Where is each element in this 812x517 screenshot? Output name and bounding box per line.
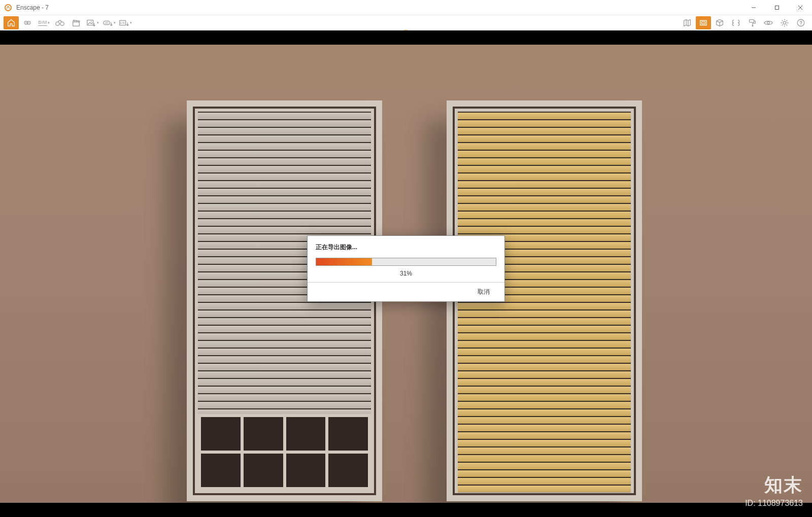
svg-point-23 — [783, 21, 786, 24]
safe-frame-icon — [699, 18, 708, 27]
eye-icon — [763, 18, 773, 27]
dialog-title: 正在导出图像... — [316, 243, 496, 252]
window-title: Enscape - 7 — [16, 4, 49, 11]
close-button[interactable] — [789, 0, 812, 15]
maximize-button[interactable] — [765, 0, 789, 15]
map-icon — [683, 18, 692, 27]
dropdown-caret-icon: ▾ — [97, 21, 99, 25]
visibility-button[interactable] — [760, 16, 776, 30]
bim-text-icon: BIM — [38, 20, 47, 26]
svg-text:EXE: EXE — [120, 22, 125, 24]
favorites-button[interactable] — [19, 16, 36, 30]
letterbox-bottom — [0, 503, 812, 517]
compare-button[interactable] — [728, 16, 744, 30]
watermark-id: ID: 1108973613 — [745, 499, 803, 508]
home-icon — [7, 18, 16, 27]
cancel-button[interactable]: 取消 — [471, 288, 496, 296]
help-button[interactable] — [793, 16, 809, 30]
pano-export-icon: 360 — [102, 18, 113, 27]
svg-point-9 — [56, 22, 59, 25]
progress-fill — [316, 258, 372, 265]
exe-export-button[interactable]: EXE▾ — [117, 16, 133, 30]
help-icon — [796, 18, 805, 27]
binoculars-icon — [55, 18, 65, 27]
svg-rect-19 — [701, 22, 705, 24]
video-button[interactable] — [68, 16, 84, 30]
box-button[interactable] — [712, 16, 728, 30]
dropdown-caret-icon: ▾ — [48, 21, 50, 25]
watermark: 知末 ID: 1108973613 — [745, 473, 803, 508]
screenshot-button[interactable]: ▾ — [84, 16, 100, 30]
svg-rect-2 — [775, 6, 779, 9]
titlebar: Enscape - 7 — [0, 0, 812, 15]
paint-icon — [748, 18, 757, 27]
clapper-icon — [72, 18, 81, 27]
app-logo-icon — [4, 4, 12, 12]
compare-icon — [731, 18, 741, 27]
panorama-button[interactable]: 360▾ — [100, 16, 117, 30]
svg-point-25 — [800, 24, 801, 25]
pin-icon — [23, 18, 32, 27]
progress-percent-label: 31% — [316, 270, 496, 277]
svg-point-7 — [25, 22, 26, 23]
gear-icon — [780, 18, 789, 27]
map-button[interactable] — [679, 16, 695, 30]
svg-rect-18 — [700, 21, 707, 25]
svg-point-13 — [91, 21, 92, 22]
box-icon — [715, 18, 724, 27]
safe-frame-button[interactable] — [695, 16, 712, 30]
minimize-button[interactable] — [742, 0, 765, 15]
svg-point-10 — [60, 22, 64, 25]
paint-button[interactable] — [744, 16, 760, 30]
dropdown-caret-icon: ▾ — [114, 21, 116, 25]
letterbox-top — [0, 30, 812, 45]
svg-point-8 — [28, 22, 29, 23]
bim-button[interactable]: BIM▾ — [36, 16, 52, 30]
svg-point-22 — [767, 22, 770, 24]
export-progress-dialog: 正在导出图像... 31% 取消 — [307, 235, 505, 302]
svg-rect-21 — [752, 25, 754, 27]
home-button[interactable] — [3, 16, 19, 30]
svg-text:360: 360 — [105, 22, 109, 24]
watermark-brand: 知末 — [745, 473, 803, 498]
progress-bar — [316, 258, 496, 266]
viewport[interactable]: 正在导出图像... 31% 取消 知末 ID: 1108973613 — [0, 30, 812, 517]
binoculars-button[interactable] — [52, 16, 68, 30]
image-export-icon — [86, 18, 96, 27]
toolbar: BIM▾▾360▾EXE▾ ︿ — [0, 15, 812, 30]
svg-rect-20 — [750, 20, 754, 22]
exe-export-icon: EXE — [118, 18, 129, 27]
dropdown-caret-icon: ▾ — [130, 21, 132, 25]
settings-button[interactable] — [776, 16, 793, 30]
